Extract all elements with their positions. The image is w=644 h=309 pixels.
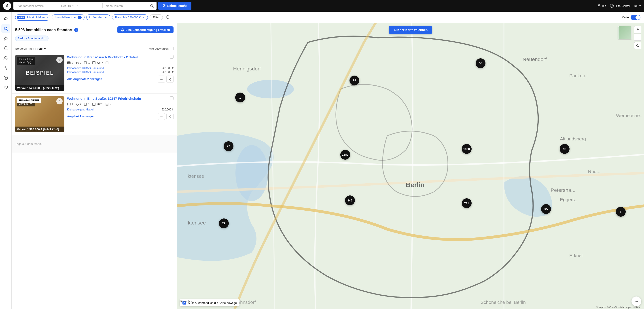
cluster-marker-c7[interactable]: 90 (560, 144, 570, 154)
svg-rect-19 (84, 103, 87, 105)
svg-line-24 (170, 116, 170, 117)
source-price-2: 520.000 € (162, 71, 174, 74)
view-offers-button-2[interactable]: Angebot 1 anzeigen (67, 115, 94, 118)
map-area[interactable]: Berlin Hennigsdorf Neuendorf Petersha...… (177, 23, 644, 309)
favorite-button-2[interactable]: ☆ (56, 98, 62, 104)
map-toggle[interactable]: Karte (622, 15, 640, 20)
area-icon-2 (92, 102, 96, 106)
clusters-container: 19158721582188890845731227295 (177, 23, 644, 309)
info-icon[interactable]: i (74, 28, 78, 32)
wc-icon-2 (84, 102, 87, 106)
immobilienart-chip[interactable]: Immobilienart 4 (52, 14, 84, 20)
filter-bar-right: Karte (622, 15, 640, 20)
svg-rect-12 (84, 62, 87, 64)
panel-header: 5,598 Immobilien nach Standort i Eine Be… (12, 23, 177, 45)
chevron-down-icon-4 (142, 16, 145, 19)
chat-button[interactable]: ··· (632, 296, 641, 306)
cluster-marker-c4[interactable]: 72 (224, 141, 234, 151)
svg-point-9 (4, 56, 6, 58)
vertrieb-chip[interactable]: im Vertrieb (86, 14, 110, 20)
preis-chip[interactable]: Preis: bis 520.000 € (112, 14, 148, 20)
location-icon (4, 76, 8, 80)
share-icon-2 (168, 115, 172, 118)
search-sidebar-icon (4, 26, 8, 31)
more-options-button[interactable]: ··· (158, 76, 165, 83)
cluster-marker-c12[interactable]: 5 (616, 207, 626, 217)
sidebar-search-button[interactable] (1, 24, 10, 33)
source-link-2[interactable]: Immoscout: JURAG Haus- und... (67, 71, 106, 74)
cluster-marker-c6[interactable]: 1888 (462, 144, 472, 154)
listing-image: BEISPIEL Tage auf demMarkt 13(v) ☆ Verka… (15, 55, 64, 91)
source-link-3[interactable]: Kleinanzeigen: Klippel (67, 108, 94, 111)
cluster-marker-c10[interactable]: 227 (541, 204, 551, 214)
source-row-1: Immoscout: JURAG Haus- und... 520.000 € (67, 67, 174, 70)
sidebar-location-button[interactable] (1, 73, 10, 82)
sort-select[interactable]: Preis (36, 47, 47, 50)
rooms-spec: 2 (67, 61, 73, 64)
share-button-2[interactable] (166, 113, 174, 120)
privat-makler-chip[interactable]: NEU Privat | Makler (15, 14, 50, 20)
listing-card-2: Tage auf demMarkt 38+(v) PRIVATANBIETER … (12, 94, 177, 135)
language-selector[interactable]: DE (634, 4, 641, 8)
user-icon (597, 4, 601, 8)
more-options-button-2[interactable]: ··· (158, 113, 165, 120)
sidebar-handshake-button[interactable] (1, 83, 10, 92)
svg-line-18 (170, 78, 170, 79)
karte-toggle-switch[interactable] (630, 15, 640, 20)
schnellsuche-button[interactable]: Schnellsuche (158, 2, 192, 10)
svg-point-22 (169, 116, 170, 117)
compass-button[interactable] (634, 42, 641, 49)
svg-point-5 (612, 6, 612, 7)
privat-makler-label: Privat | Makler (26, 16, 45, 19)
location-input[interactable] (14, 2, 58, 10)
schnellsuche-icon (162, 4, 166, 8)
source-link-1[interactable]: Immoscout: JURAG Haus- und... (67, 67, 106, 70)
svg-line-17 (170, 79, 170, 80)
remove-location-button[interactable]: × (44, 37, 46, 40)
logo[interactable]: A (3, 1, 12, 10)
help-link[interactable]: Hilfe-Center (610, 4, 630, 8)
privatanbieter-badge: PRIVATANBIETER (17, 98, 41, 103)
card-checkbox-1[interactable] (170, 55, 174, 58)
filter-button[interactable]: Filter (150, 14, 163, 20)
share-button[interactable] (166, 76, 174, 83)
ref-input[interactable] (58, 2, 103, 10)
view-offers-button[interactable]: Alle Angebote 2 anzeigen (67, 77, 102, 81)
listings-container: BEISPIEL Tage auf demMarkt 13(v) ☆ Verka… (12, 52, 177, 309)
zoom-in-button[interactable]: + (634, 26, 641, 33)
card-checkbox-2[interactable] (170, 96, 174, 100)
cluster-marker-c1[interactable]: 1 (235, 92, 245, 102)
select-all-checkbox[interactable] (170, 47, 174, 50)
cluster-marker-c2[interactable]: 91 (350, 76, 359, 86)
search-button[interactable] (147, 4, 156, 8)
listing-title-2[interactable]: Wohnung in Eine Straße, 10247 Friedrichs… (67, 96, 174, 101)
immobilienart-label: Immobilienart (55, 16, 72, 19)
phone-input[interactable] (103, 2, 147, 10)
select-all-row[interactable]: Alle auswählen (149, 47, 174, 50)
sidebar-bell-button[interactable] (1, 44, 10, 53)
sidebar-star-button[interactable] (1, 34, 10, 43)
listing-title[interactable]: Wohnung in Französisch Buchholz - Ortste… (67, 55, 174, 60)
refresh-button[interactable] (164, 14, 171, 21)
zoom-out-button[interactable]: − (634, 34, 641, 41)
user-link[interactable]: Ich (597, 4, 606, 8)
sidebar-home-button[interactable] (1, 14, 10, 23)
cluster-marker-c3[interactable]: 58 (476, 58, 486, 68)
bath-spec: 2 (75, 61, 82, 64)
cluster-marker-c11[interactable]: 29 (219, 218, 229, 228)
mapbox-icon (180, 300, 183, 303)
map-thumbnail (618, 26, 632, 39)
svg-point-15 (169, 79, 170, 80)
favorite-button[interactable]: ☆ (56, 57, 62, 63)
sidebar-analytics-button[interactable] (1, 64, 10, 72)
draw-on-map-button[interactable]: Auf der Karte zeichnen (389, 26, 432, 34)
card-actions: Alle Angebote 2 anzeigen ··· (67, 76, 174, 83)
wc-spec-2: 1 (84, 102, 90, 106)
bed-icon-2 (67, 102, 71, 106)
bell-icon (4, 46, 8, 50)
cluster-marker-c9[interactable]: 731 (462, 198, 472, 208)
notification-button[interactable]: Eine Benachrichtigung erstellen (118, 26, 174, 33)
cluster-marker-c8[interactable]: 845 (345, 196, 355, 205)
cluster-marker-c5[interactable]: 1582 (340, 150, 350, 160)
sidebar-contacts-button[interactable] (1, 54, 10, 62)
